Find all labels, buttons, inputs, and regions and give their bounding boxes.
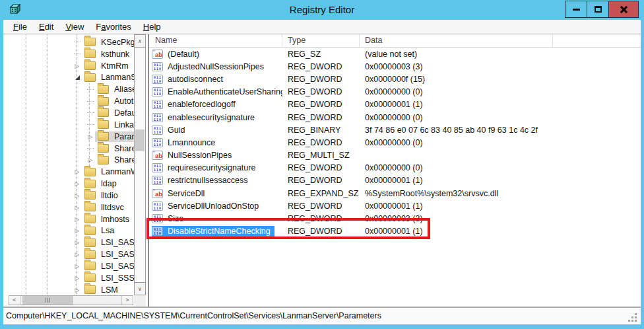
menu-label-part: E [39,22,45,32]
resize-grip[interactable] [635,313,637,315]
tree-item-lltdsvc[interactable]: ▷lltdsvc [3,201,135,213]
tree-connector [73,42,82,42]
tree-item-lltdio[interactable]: ▷lltdio [3,190,135,201]
title-bar[interactable]: Registry Editor [0,0,644,20]
expand-icon[interactable]: ▷ [73,63,82,69]
expand-icon[interactable]: ▷ [73,251,82,258]
registry-value-row[interactable]: EnableAuthenticateUserSharingREG_DWORD0x… [149,86,641,98]
value-data: 0x00000001 (1) [360,176,641,185]
registry-value-row[interactable]: restrictnullsessaccessREG_DWORD0x0000000… [149,174,641,187]
menu-file[interactable]: File [7,20,33,34]
scroll-left-icon[interactable]: < [9,296,20,305]
menu-help[interactable]: Help [137,20,167,34]
folder-icon [84,180,96,188]
expand-icon[interactable]: ▷ [73,275,82,281]
expand-icon[interactable]: ▷ [73,192,82,199]
scroll-down-icon[interactable]: ∨ [135,282,145,295]
list-header: Name Type Data [149,34,641,48]
column-header-type[interactable]: Type [282,34,360,47]
minimize-button[interactable] [565,1,587,18]
tree-item-ksthunk[interactable]: ksthunk [3,48,135,60]
tree-item-lsi_sas[interactable]: ▷LSI_SAS [3,237,135,248]
tree-item-label: LanmanWorkstation [99,166,135,177]
tree-item-ktmrm[interactable]: ▷KtmRm [3,60,135,72]
registry-value-row[interactable]: (Default)REG_SZ(value not set) [149,48,641,60]
value-type: REG_DWORD [282,138,360,147]
expand-icon[interactable]: ▷ [86,133,95,140]
folder-icon [84,73,96,82]
folder-icon [98,120,109,129]
menu-view[interactable]: View [59,20,90,34]
value-data: 0x00000001 (1) [360,100,641,109]
tree-item-defaultsecurity[interactable]: DefaultSecurity [3,107,135,119]
folder-icon [84,61,96,70]
registry-value-row[interactable]: enableforcedlogoffREG_DWORD0x00000001 (1… [149,98,641,111]
vertical-scroll-thumb[interactable] [135,129,145,151]
tree-item-shares[interactable]: ▷Shares [3,154,135,166]
horizontal-scroll-thumb[interactable] [22,296,73,305]
tree-item-linkage[interactable]: Linkage [3,119,135,131]
expand-icon[interactable]: ▷ [73,180,82,187]
scroll-up-icon[interactable]: ∧ [135,35,145,48]
content-area: KSecPkgksthunk▷KtmRmLanmanServerAliasesA… [3,34,641,307]
tree-item-lsi_sas2[interactable]: ▷LSI_SAS2 [3,248,135,260]
registry-value-row[interactable]: GuidREG_BINARY3f 74 86 e0 07 6c 83 40 85… [149,124,641,136]
tree-item-lanmanserver[interactable]: LanmanServer [3,72,135,84]
expand-icon[interactable]: ▷ [73,204,82,211]
expand-icon[interactable]: ▷ [73,216,82,223]
value-name-cell: autodisconnect [149,74,282,85]
folder-icon [98,156,109,164]
tree-item-lmhosts[interactable]: ▷lmhosts [3,213,135,225]
tree-item-aliases[interactable]: Aliases [3,83,135,95]
menu-favorites[interactable]: Favorites [90,20,137,34]
tree-connector [86,148,95,149]
expand-icon[interactable]: ▷ [73,239,82,246]
registry-value-row[interactable]: enablesecuritysignatureREG_DWORD0x000000… [149,111,641,124]
string-value-icon [152,151,163,160]
value-data: 0x00000001 (1) [360,201,641,211]
expand-icon[interactable]: ▷ [73,227,82,234]
close-button[interactable] [608,1,639,18]
tree-item-lsa[interactable]: ▷Lsa [3,225,135,237]
maximize-button[interactable] [587,1,608,18]
tree-item-ldap[interactable]: ▷ldap [3,178,135,190]
string-value-icon [152,189,163,198]
registry-value-row[interactable]: LmannounceREG_DWORD0x00000000 (0) [149,136,641,149]
expand-icon[interactable]: ▷ [73,168,82,175]
expand-icon[interactable]: ▷ [73,287,82,293]
tree-item-parameters[interactable]: ▷Parameters [3,131,135,143]
column-header-name[interactable]: Name [149,34,282,47]
tree-item-label: lltdio [99,190,120,201]
tree-item-label: Shares [112,155,135,165]
menu-edit[interactable]: Edit [33,20,59,34]
registry-value-row[interactable]: ServiceDllREG_EXPAND_SZ%SystemRoot%\syst… [149,187,641,200]
registry-value-row[interactable]: AdjustedNullSessionPipesREG_DWORD0x00000… [149,60,641,73]
collapse-icon[interactable] [73,75,82,80]
tree-vertical-scrollbar[interactable]: ∧ ∨ [134,34,146,295]
tree-item-lanmanworkstation[interactable]: ▷LanmanWorkstation [3,166,135,178]
column-header-data[interactable]: Data [360,34,553,47]
scroll-right-icon[interactable]: > [121,296,133,305]
tree-item-ksecpkg[interactable]: KSecPkg [3,36,135,48]
registry-value-row[interactable]: autodisconnectREG_DWORD0x0000000f (15) [149,73,641,85]
registry-value-row[interactable]: NullSessionPipesREG_MULTI_SZ [149,149,641,162]
tree-connector [86,101,95,102]
tree-item-shareproviders[interactable]: ShareProviders [3,143,135,155]
value-name-cell: requiresecuritysignature [149,163,282,173]
expand-icon[interactable]: ▷ [86,157,95,163]
expand-icon[interactable]: ▷ [73,263,82,270]
tree-item-lsi_sss[interactable]: ▷LSI_SSS [3,272,135,284]
tree-item-autotunedparameters[interactable]: AutotunedParameters [3,95,135,107]
value-name: autodisconnect [166,74,225,85]
tree-item-lsm[interactable]: ▷LSM [3,284,135,295]
column-header-filler [553,34,641,47]
annotation-box [146,218,430,239]
value-name-cell: ServiceDll [149,188,282,199]
tree-item-label: ShareProviders [112,143,135,154]
registry-value-row[interactable]: ServiceDllUnloadOnStopREG_DWORD0x0000000… [149,200,641,212]
value-name: Guid [166,125,187,135]
tree-horizontal-scrollbar[interactable]: < > [9,295,133,305]
registry-value-row[interactable]: requiresecuritysignatureREG_DWORD0x00000… [149,162,641,174]
tree-item-lsi_sas3[interactable]: ▷LSI_SAS3 [3,260,135,272]
value-name: enableforcedlogoff [166,99,238,110]
